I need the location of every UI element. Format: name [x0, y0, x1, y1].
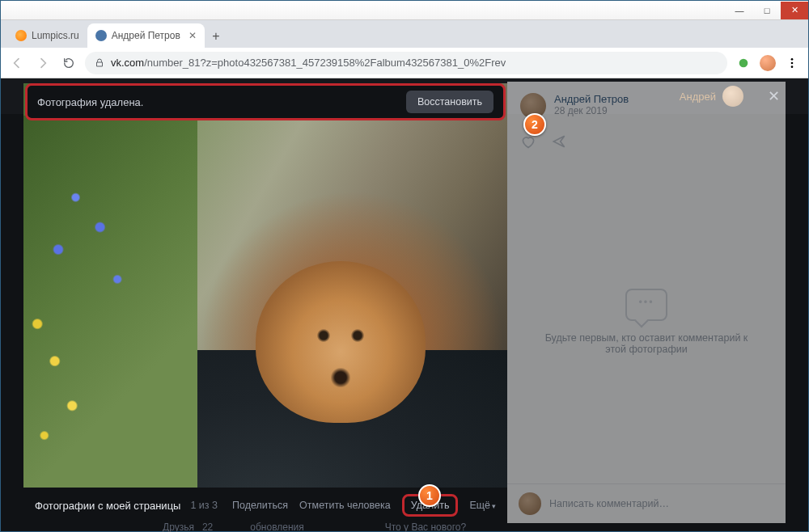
- window-maximize-button[interactable]: □: [753, 2, 781, 19]
- deleted-banner: Фотография удалена. Восстановить: [25, 83, 506, 120]
- nav-reload-button[interactable]: [59, 53, 78, 73]
- svg-point-2: [791, 61, 794, 64]
- photo-date: 28 дек 2019: [554, 105, 629, 116]
- sidebar-author[interactable]: Андрей Петров 28 дек 2019: [507, 82, 786, 130]
- tab-strip: Lumpics.ru Андрей Петров ✕ +: [1, 20, 808, 48]
- lock-icon: [95, 58, 104, 68]
- tab-title: Андрей Петров: [112, 30, 180, 41]
- url-box[interactable]: vk.com/number_81?z=photo432567381_457239…: [85, 52, 727, 74]
- avatar: [519, 492, 541, 515]
- annotation-badge-2: 2: [523, 113, 546, 136]
- comment-input-row: Написать комментарий…: [507, 483, 786, 523]
- svg-point-0: [739, 58, 748, 67]
- page-content: W Поиск Андрей ✕ Фотография удалена.: [1, 78, 808, 531]
- url-text: vk.com/number_81?z=photo432567381_457239…: [111, 57, 506, 69]
- comment-bubble-icon: [625, 289, 667, 321]
- window-close-button[interactable]: ✕: [781, 2, 808, 19]
- window-titlebar: — □ ✕: [1, 1, 808, 20]
- svg-point-3: [791, 65, 794, 68]
- share-icon[interactable]: [551, 133, 567, 150]
- tab-close-icon[interactable]: ✕: [188, 30, 197, 41]
- empty-comments-text: Будьте первым, кто оставит комментарий к…: [535, 332, 758, 355]
- svg-point-1: [791, 58, 794, 61]
- photo-column: Фотография удалена. Восстановить Фотогра…: [23, 82, 507, 523]
- photo-sidebar: Андрей Петров 28 дек 2019 Будьте первым,…: [507, 82, 786, 523]
- extension-icon[interactable]: [734, 53, 753, 73]
- restore-button[interactable]: Восстановить: [406, 91, 493, 113]
- comment-input[interactable]: Написать комментарий…: [549, 498, 669, 509]
- nav-forward-button[interactable]: [33, 53, 53, 73]
- photo-area[interactable]: [23, 83, 507, 488]
- deleted-banner-text: Фотография удалена.: [37, 96, 143, 108]
- background-content: Друзья 22 обновления Что у Вас нового?: [163, 521, 466, 532]
- profile-avatar[interactable]: [760, 55, 776, 71]
- new-tab-button[interactable]: +: [205, 25, 227, 48]
- tab-title: Lumpics.ru: [32, 30, 79, 41]
- share-button[interactable]: Поделиться: [232, 500, 288, 511]
- tag-person-button[interactable]: Отметить человека: [299, 500, 391, 511]
- chevron-down-icon: ▾: [492, 502, 496, 510]
- author-name: Андрей Петров: [554, 93, 629, 105]
- comments-empty-state: Будьте первым, кто оставит комментарий к…: [507, 159, 786, 483]
- photo-viewer: Фотография удалена. Восстановить Фотогра…: [23, 82, 786, 523]
- album-name[interactable]: Фотографии с моей страницы: [35, 500, 180, 512]
- photo-counter: 1 из 3: [190, 500, 218, 511]
- browser-menu-button[interactable]: [782, 53, 802, 73]
- tab-vk[interactable]: Андрей Петров ✕: [87, 23, 205, 48]
- address-bar: vk.com/number_81?z=photo432567381_457239…: [1, 48, 808, 78]
- like-icon[interactable]: [520, 133, 536, 150]
- more-menu-button[interactable]: Ещё▾: [469, 500, 496, 511]
- browser-window: — □ ✕ Lumpics.ru Андрей Петров ✕ + vk: [0, 0, 809, 532]
- deleted-banner-highlight: Фотография удалена. Восстановить: [23, 82, 507, 122]
- favicon-vk: [95, 30, 107, 41]
- window-minimize-button[interactable]: —: [726, 2, 753, 19]
- sidebar-reactions: [507, 130, 786, 159]
- annotation-badge-1: 1: [418, 484, 441, 507]
- favicon-lumpics: [15, 30, 27, 41]
- photo-image: [23, 83, 507, 488]
- nav-back-button[interactable]: [7, 53, 27, 73]
- tab-lumpics[interactable]: Lumpics.ru: [7, 23, 87, 48]
